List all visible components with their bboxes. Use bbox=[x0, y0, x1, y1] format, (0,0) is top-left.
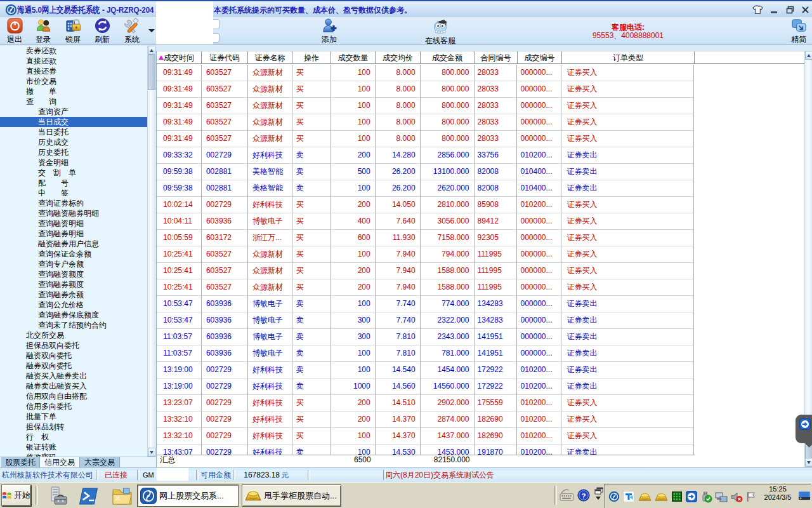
skin-shirt-icon[interactable] bbox=[752, 4, 763, 15]
sidebar-item[interactable]: 融资买入融券卖出 bbox=[0, 371, 147, 381]
table-row[interactable]: 09:33:32002729好利科技卖20014.2802856.0003375… bbox=[157, 147, 804, 164]
sidebar-item[interactable]: 查询融资明细 bbox=[0, 218, 147, 229]
sidebar-item[interactable]: 融券双向委托 bbox=[0, 361, 147, 371]
sidebar-scroll-down-button[interactable] bbox=[148, 448, 155, 457]
refresh-button[interactable]: 刷新 bbox=[88, 18, 117, 44]
table-row[interactable]: 09:59:38002881美格智能卖50026.20013100.000820… bbox=[157, 164, 804, 180]
column-header-7[interactable]: 成交金额 bbox=[421, 51, 475, 64]
sidebar-item[interactable]: 信用多向委托 bbox=[0, 401, 147, 411]
sidebar-item[interactable]: 查询未了结预约合约 bbox=[0, 320, 147, 330]
taskbar-window-butler[interactable]: 甩手掌柜股票自动... bbox=[242, 485, 341, 507]
table-row[interactable]: 09:59:38002881美格智能卖10026.2002620.0008200… bbox=[157, 180, 804, 197]
column-header-5[interactable]: 成交数量 bbox=[331, 51, 376, 64]
online-service-button[interactable]: 在线客服 bbox=[422, 18, 458, 44]
sidebar-item[interactable]: 市价交易 bbox=[0, 76, 147, 86]
sidebar-item[interactable]: 北交所交易 bbox=[0, 330, 147, 340]
table-row[interactable]: 09:31:49603527众源新材买1008.000800.000280330… bbox=[157, 131, 804, 147]
keyboard-icon[interactable] bbox=[560, 488, 574, 502]
sidebar-item[interactable]: 担保品划转 bbox=[0, 422, 147, 432]
tray-network-icon[interactable] bbox=[715, 491, 728, 503]
sidebar-item[interactable]: 历史委托 bbox=[0, 147, 147, 157]
powershell-icon[interactable] bbox=[79, 487, 99, 505]
table-row[interactable]: 10:25:41603527众源新材买2007.9401588.00011199… bbox=[157, 279, 804, 296]
sidebar-item[interactable]: 信用双向自由搭配 bbox=[0, 391, 147, 401]
column-header-1[interactable]: 成交时间 bbox=[157, 51, 202, 64]
sidebar-item[interactable]: 查询资产 bbox=[0, 107, 147, 117]
column-header-10[interactable]: 订单类型 bbox=[562, 51, 695, 64]
sidebar-item[interactable]: 查询保证金余额 bbox=[0, 249, 147, 259]
start-button[interactable]: 开始 bbox=[1, 485, 31, 506]
table-row[interactable]: 11:03:57603936博敏电子卖3007.8102343.00014195… bbox=[157, 329, 804, 345]
sidebar-item[interactable]: 查询融资融券明细 bbox=[0, 208, 147, 218]
table-row[interactable]: 13:19:00002729好利科技卖10014.5401454.0001729… bbox=[157, 362, 804, 378]
table-scroll-up-button[interactable] bbox=[805, 51, 812, 60]
tray-gold-ingot-icon[interactable] bbox=[638, 492, 652, 502]
table-row[interactable]: 10:53:47603936博敏电子卖1007.740774.000134283… bbox=[157, 296, 804, 312]
folder-icon[interactable] bbox=[112, 486, 133, 505]
sidebar-item[interactable]: 直接还款 bbox=[0, 56, 147, 66]
table-row[interactable]: 09:31:49603527众源新材买1008.000800.000280330… bbox=[157, 65, 804, 81]
tray-gold-ingot-icon[interactable] bbox=[655, 492, 668, 502]
sidebar-tab-2[interactable]: 信用交易 bbox=[40, 457, 80, 467]
sidebar-item[interactable]: 融资双向委托 bbox=[0, 351, 147, 361]
tray-flag-icon[interactable] bbox=[745, 491, 757, 502]
sidebar-scroll-thumb[interactable] bbox=[148, 55, 155, 90]
lock-screen-button[interactable]: 锁屏 bbox=[58, 18, 88, 44]
sidebar-item[interactable]: 撤 单 bbox=[0, 86, 147, 97]
sidebar-scrollbar[interactable] bbox=[147, 46, 155, 457]
taskbar-clock[interactable]: 15:252024/3/5 bbox=[760, 485, 796, 502]
sidebar-item-selected[interactable]: 当日成交 bbox=[0, 117, 147, 127]
sidebar-item[interactable]: 查询融券额度 bbox=[0, 279, 147, 290]
column-header-4[interactable]: 操作 bbox=[292, 51, 331, 64]
column-header-6[interactable]: 成交均价 bbox=[376, 51, 421, 64]
sidebar-item[interactable]: 查询融券明细 bbox=[0, 229, 147, 239]
sidebar-item[interactable]: 查询专户余额 bbox=[0, 259, 147, 269]
column-header-8[interactable]: 合同编号 bbox=[475, 51, 518, 64]
computer-toolbox-icon[interactable] bbox=[49, 486, 67, 505]
column-header-empty[interactable] bbox=[695, 51, 805, 64]
table-row[interactable]: 10:25:41603527众源新材买1007.940794.000111995… bbox=[157, 246, 804, 263]
sidebar-item[interactable]: 交 割 单 bbox=[0, 168, 147, 178]
taskbar-window-trading[interactable]: 网上股票交易系... bbox=[137, 485, 239, 507]
table-row[interactable]: 13:19:00002729好利科技卖100014.56014560.00017… bbox=[157, 378, 804, 395]
table-row[interactable]: 13:43:07002729好利科技卖10014.5301453.0001918… bbox=[157, 444, 804, 455]
sidebar-item[interactable]: 银证转账 bbox=[0, 442, 147, 452]
tray-volume-muted-icon[interactable] bbox=[730, 491, 743, 503]
table-row[interactable]: 09:31:49603527众源新材买1008.000800.000280330… bbox=[157, 114, 804, 131]
help-icon[interactable] bbox=[577, 489, 590, 502]
sidebar-item[interactable]: 当日委托 bbox=[0, 127, 147, 137]
login-button[interactable]: 登录 bbox=[29, 18, 58, 44]
sidebar-item[interactable]: 查询融资额度 bbox=[0, 269, 147, 279]
sidebar-tab-1[interactable]: 股票委托 bbox=[1, 457, 40, 467]
column-header-2[interactable]: 证券代码 bbox=[202, 51, 248, 64]
sidebar-item[interactable]: 查询公允价格 bbox=[0, 300, 147, 310]
sidebar-scroll-up-button[interactable] bbox=[148, 46, 155, 55]
table-row[interactable]: 13:23:07002729好利科技买20014.5102902.0001755… bbox=[157, 395, 804, 411]
simplify-button[interactable]: 精简 bbox=[785, 18, 812, 44]
sidebar-item[interactable]: 担保品双向委托 bbox=[0, 340, 147, 351]
restore-windows-icon[interactable] bbox=[594, 487, 603, 495]
table-row[interactable]: 10:02:14002729好利科技买20014.0502810.0008590… bbox=[157, 197, 804, 213]
minimize-button[interactable] bbox=[769, 4, 780, 15]
tray-haitong-icon[interactable] bbox=[608, 491, 620, 502]
table-row[interactable]: 09:31:49603527众源新材买1008.000800.000280330… bbox=[157, 98, 804, 114]
tray-usb-icon[interactable] bbox=[700, 490, 712, 503]
exit-button[interactable]: 退出 bbox=[0, 18, 29, 44]
system-button[interactable]: 系统 bbox=[117, 18, 147, 44]
sidebar-item[interactable]: 资金明细 bbox=[0, 157, 147, 168]
sidebar-item[interactable]: 历史成交 bbox=[0, 137, 147, 147]
table-row[interactable]: 10:05:59603172浙江万...买60011.9307158.00092… bbox=[157, 230, 804, 246]
tray-green-grid-icon[interactable] bbox=[672, 491, 682, 502]
sidebar-tab-3[interactable]: 大宗交易 bbox=[80, 457, 120, 467]
toolbar-dropdown-caret-icon[interactable] bbox=[148, 29, 155, 32]
desktop-monitor-icon[interactable] bbox=[798, 491, 811, 502]
sidebar-item[interactable]: 批量下单 bbox=[0, 411, 147, 422]
tray-thunder-trader-icon[interactable] bbox=[623, 491, 634, 502]
restore-button[interactable] bbox=[785, 4, 796, 15]
add-button[interactable]: 添加 bbox=[315, 18, 343, 44]
table-row[interactable]: 13:32:10002729好利科技买20014.3702874.0001826… bbox=[157, 411, 804, 428]
sidebar-item[interactable]: 融券卖出融资买入 bbox=[0, 381, 147, 391]
teamviewer-floating-widget[interactable] bbox=[796, 415, 812, 443]
table-row[interactable]: 13:32:10002729好利科技买10014.3701437.0001826… bbox=[157, 428, 804, 444]
close-button[interactable] bbox=[800, 4, 811, 15]
